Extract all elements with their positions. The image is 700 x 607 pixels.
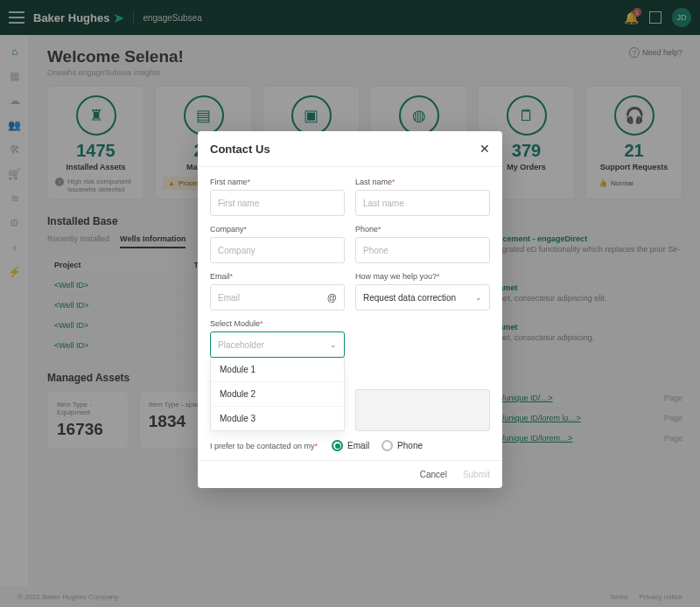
first-name-label: First name (210, 178, 248, 186)
phone-label: Phone (355, 225, 378, 234)
module-dropdown: Module 1 Module 2 Module 3 (210, 357, 345, 431)
radio-icon (382, 440, 393, 451)
at-icon: @ (327, 292, 337, 303)
module-label: Select Module (210, 319, 260, 328)
first-name-input[interactable] (210, 190, 345, 216)
module-option[interactable]: Module 1 (211, 358, 344, 382)
modal-overlay[interactable]: Contact Us ✕ First name* Last name* Comp… (0, 0, 700, 607)
last-name-input[interactable] (355, 190, 490, 216)
radio-phone[interactable]: Phone (382, 440, 423, 451)
chevron-down-icon: ⌄ (475, 293, 482, 302)
cancel-button[interactable]: Cancel (420, 470, 447, 479)
phone-input[interactable] (355, 237, 490, 263)
close-icon[interactable]: ✕ (480, 142, 490, 156)
contact-pref-label: I prefer to be contacted on my (210, 442, 315, 450)
radio-icon (332, 440, 343, 451)
modal-title: Contact Us (210, 143, 270, 156)
company-label: Company (210, 225, 244, 234)
module-option[interactable]: Module 2 (211, 382, 344, 407)
company-input[interactable] (210, 237, 345, 263)
email-label: Email (210, 272, 230, 281)
contact-us-modal: Contact Us ✕ First name* Last name* Comp… (198, 131, 502, 488)
help-select[interactable]: Request data correction ⌄ (355, 284, 490, 310)
module-select[interactable]: Placeholder ⌄ (210, 331, 345, 358)
description-textarea[interactable] (355, 389, 490, 431)
chevron-down-icon: ⌄ (330, 340, 337, 349)
email-input[interactable]: @ (210, 284, 345, 310)
module-option[interactable]: Module 3 (211, 407, 344, 430)
radio-email[interactable]: Email (332, 440, 369, 451)
last-name-label: Last name (355, 178, 392, 186)
help-label: How may we help you? (355, 272, 437, 281)
submit-button[interactable]: Submit (463, 470, 490, 479)
